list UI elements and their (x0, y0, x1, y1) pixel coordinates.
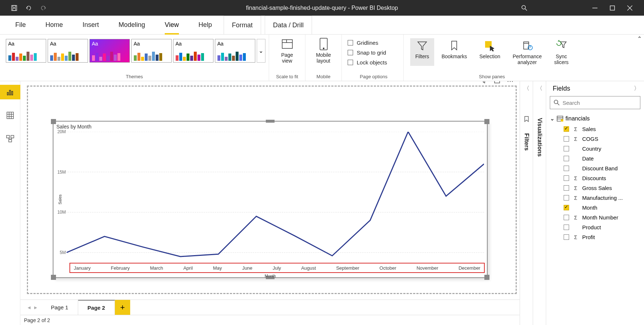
sigma-icon: Σ (573, 136, 579, 142)
collapse-ribbon-icon[interactable]: ⌃ (637, 35, 642, 42)
field-name: Discount Band (582, 165, 618, 171)
selection-pane-button[interactable]: Selection (474, 38, 505, 66)
theme-option-selected[interactable]: Aa (89, 39, 130, 63)
field-name: Month Number (582, 214, 618, 221)
menu-data-drill[interactable]: Data / Drill (265, 16, 312, 34)
field-checkbox[interactable] (564, 215, 569, 220)
theme-option[interactable]: Aa (173, 39, 213, 63)
report-page[interactable]: ⋯ Sales by Month Sales 5M10M15M20M Janua… (27, 86, 517, 294)
menu-modeling[interactable]: Modeling (111, 16, 153, 34)
field-checkbox[interactable] (564, 234, 569, 240)
page-tab[interactable]: Page 1 (41, 300, 78, 315)
page-view-button[interactable]: Page view (276, 37, 299, 64)
chevron-left-icon[interactable]: 〈 (537, 85, 543, 92)
field-name: Profit (582, 234, 595, 240)
model-view-icon[interactable] (0, 131, 20, 146)
mobile-layout-button[interactable]: Mobile layout (311, 37, 336, 64)
snap-checkbox[interactable]: Snap to grid (348, 49, 387, 56)
close-icon[interactable] (627, 5, 633, 11)
menu-home[interactable]: Home (37, 16, 71, 34)
filters-pane-label: Filters (523, 131, 530, 151)
theme-option[interactable]: Aa (48, 39, 88, 63)
save-icon[interactable] (11, 5, 17, 11)
field-item[interactable]: Month (549, 203, 641, 213)
field-checkbox[interactable] (564, 185, 569, 191)
add-page-button[interactable]: + (115, 300, 130, 315)
resize-handle[interactable] (51, 275, 56, 280)
line-chart-visual[interactable]: Sales by Month Sales 5M10M15M20M January… (53, 121, 488, 278)
chevron-left-icon[interactable]: 〈 (524, 85, 529, 92)
svg-rect-23 (12, 91, 13, 95)
field-item[interactable]: ΣSales (549, 124, 641, 134)
field-item[interactable]: Date (549, 154, 641, 163)
field-checkbox[interactable] (564, 225, 569, 230)
resize-handle[interactable] (51, 119, 56, 124)
filters-pane-button[interactable]: Filters (410, 38, 434, 66)
themes-dropdown[interactable]: ⌄ (257, 39, 265, 63)
titlebar: financial-sample-finished-update-query -… (0, 0, 644, 16)
field-checkbox[interactable] (564, 205, 569, 210)
resize-handle[interactable] (484, 275, 489, 280)
sigma-icon: Σ (573, 175, 579, 181)
theme-option[interactable]: Aa (215, 39, 255, 63)
gridlines-checkbox[interactable]: Gridlines (348, 39, 387, 47)
svg-point-13 (323, 48, 324, 49)
field-checkbox[interactable] (564, 146, 569, 151)
undo-icon[interactable] (25, 5, 32, 11)
field-item[interactable]: Country (549, 144, 641, 154)
field-item[interactable]: Product (549, 222, 641, 232)
chevron-right-icon[interactable]: 〉 (634, 85, 640, 92)
bookmarks-pane-button[interactable]: Bookmarks (436, 38, 472, 66)
svg-rect-2 (13, 8, 16, 11)
filters-pane-collapsed[interactable]: 〈 Filters (520, 81, 533, 325)
svg-marker-14 (418, 42, 427, 50)
performance-analyzer-button[interactable]: Performance analyzer (508, 38, 547, 66)
field-item[interactable]: ΣCOGS (549, 134, 641, 144)
resize-handle[interactable] (484, 119, 489, 124)
visualizations-pane-collapsed[interactable]: 〈 Visualizations (533, 81, 546, 325)
field-checkbox[interactable] (564, 175, 569, 181)
fields-table[interactable]: ⌄ financials (549, 113, 641, 124)
svg-marker-34 (481, 81, 487, 83)
sync-slicers-button[interactable]: Sync slicers (549, 38, 574, 66)
field-checkbox[interactable] (564, 136, 569, 142)
page-view-label: Page view (281, 52, 293, 64)
visual-more-icon[interactable]: ⋯ (507, 81, 513, 85)
field-checkbox[interactable] (564, 166, 569, 171)
field-checkbox[interactable] (564, 156, 569, 161)
bookmarks-label: Bookmarks (441, 53, 467, 59)
menu-help[interactable]: Help (191, 16, 220, 34)
resize-handle[interactable] (266, 120, 275, 123)
field-item[interactable]: ΣGross Sales (549, 183, 641, 193)
report-view-icon[interactable] (0, 85, 20, 99)
theme-option[interactable]: Aa (131, 39, 172, 63)
field-item[interactable]: ΣMonth Number (549, 213, 641, 222)
field-item[interactable]: ΣDiscounts (549, 173, 641, 183)
lock-checkbox[interactable]: Lock objects (348, 59, 387, 66)
menu-view[interactable]: View (157, 16, 187, 34)
visual-focus-icon[interactable] (494, 81, 500, 85)
menu-file[interactable]: File (7, 16, 34, 34)
next-page-icon[interactable]: ▸ (34, 304, 37, 311)
field-item[interactable]: ΣProfit (549, 232, 641, 242)
data-view-icon[interactable] (0, 108, 20, 123)
field-name: Date (582, 155, 594, 162)
fields-search-box[interactable] (550, 96, 640, 109)
menu-insert[interactable]: Insert (75, 16, 107, 34)
fields-search-input[interactable] (563, 100, 636, 106)
theme-option[interactable]: Aa (6, 39, 46, 63)
menu-format[interactable]: Format (224, 16, 261, 34)
bookmark-toggle-icon[interactable] (523, 116, 530, 122)
field-checkbox[interactable] (564, 195, 569, 201)
prev-page-icon[interactable]: ◂ (28, 304, 31, 311)
field-item[interactable]: Discount Band (549, 163, 641, 173)
minimize-icon[interactable] (592, 5, 598, 11)
maximize-icon[interactable] (609, 5, 616, 11)
search-icon[interactable] (521, 5, 528, 11)
field-checkbox[interactable] (564, 126, 569, 132)
redo-icon[interactable] (40, 5, 47, 11)
field-item[interactable]: ΣManufacturing ... (549, 193, 641, 203)
page-tab-active[interactable]: Page 2 (78, 300, 115, 315)
themes-gallery: Aa Aa Aa Aa Aa Aa ⌄ (4, 37, 265, 65)
visual-filter-icon[interactable] (481, 81, 487, 85)
